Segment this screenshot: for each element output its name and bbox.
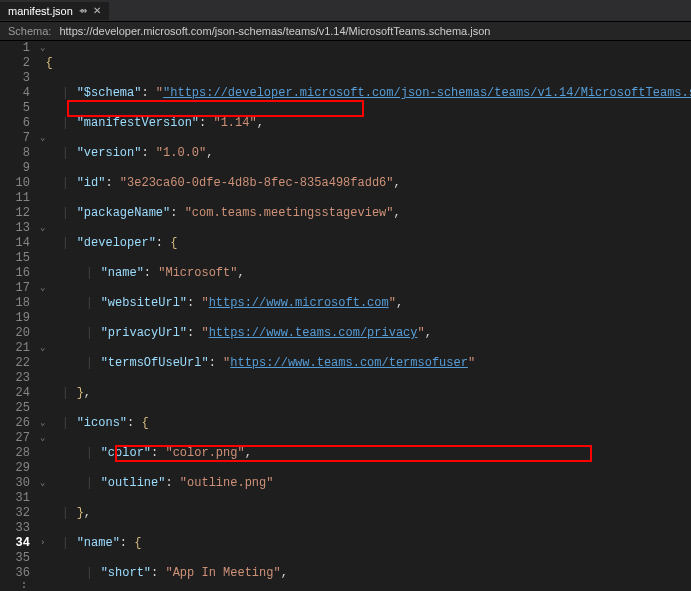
code-editor[interactable]: 12345 678910 1112131415 1617181920 21222… (0, 41, 691, 591)
tab-bar: manifest.json ⇴ ✕ (0, 0, 691, 22)
file-tab[interactable]: manifest.json ⇴ ✕ (0, 2, 110, 20)
schema-url[interactable]: https://developer.microsoft.com/json-sch… (59, 25, 490, 37)
code-content[interactable]: { | "$schema": ""https://developer.micro… (45, 41, 691, 591)
close-icon[interactable]: ✕ (93, 5, 101, 16)
schema-label: Schema: (8, 25, 51, 37)
tab-filename: manifest.json (8, 5, 73, 17)
schema-bar: Schema: https://developer.microsoft.com/… (0, 22, 691, 41)
line-gutter: 12345 678910 1112131415 1617181920 21222… (0, 41, 40, 591)
pin-icon[interactable]: ⇴ (79, 5, 87, 16)
highlight-id (67, 100, 364, 117)
